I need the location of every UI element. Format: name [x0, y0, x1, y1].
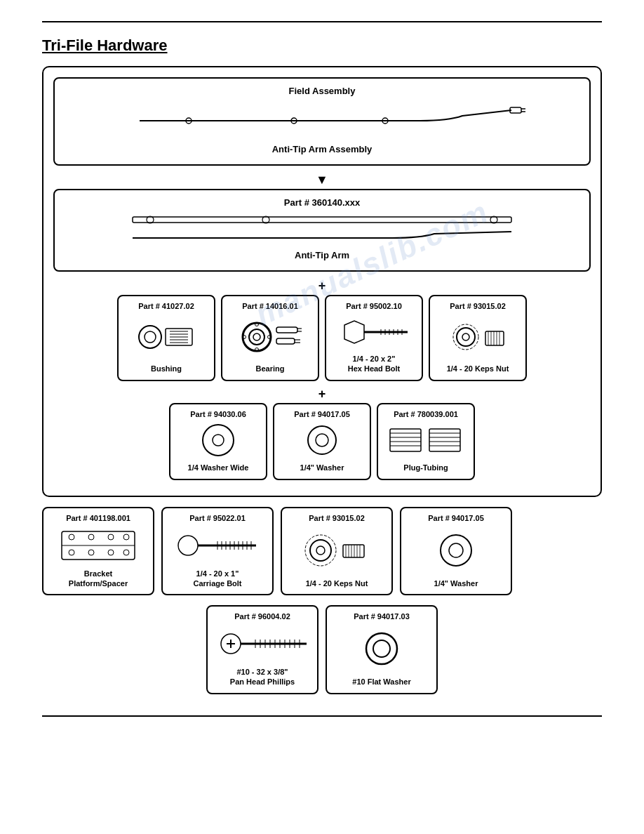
svg-point-86: [310, 540, 331, 561]
carriagebolt-desc: 1/4 - 20 x 1" Carriage Bolt: [193, 569, 241, 589]
arrow-down-1: ▼: [53, 173, 591, 187]
svg-point-72: [108, 550, 114, 555]
outer-washer-img: [428, 526, 484, 575]
kepsnut-svg: [446, 319, 509, 355]
bottom-rule: [42, 715, 602, 717]
svg-point-96: [449, 543, 463, 557]
outer-washer-svg: [428, 531, 484, 570]
carriagebolt-partnum: Part # 95022.01: [189, 514, 246, 522]
hexbolt-partnum: Part # 95002.10: [346, 302, 402, 310]
svg-point-111: [366, 633, 397, 664]
plugtubing-img: [387, 422, 464, 460]
page-title: Tri-File Hardware: [42, 37, 602, 55]
top-rule: [42, 21, 602, 22]
kepsnut-desc: 1/4 - 20 Keps Nut: [447, 364, 509, 373]
svg-point-71: [88, 550, 94, 555]
parts-row-2: Part # 94030.06 1/4 Washer Wide Part # 9…: [53, 403, 591, 480]
parts-row-1: Part # 41027.02 Bushin: [53, 295, 591, 381]
washerwide-partnum: Part # 94030.06: [190, 410, 246, 418]
bearing-desc: Bearing: [256, 364, 285, 373]
part-bushing: Part # 41027.02 Bushin: [117, 295, 215, 381]
part-washer-wide: Part # 94030.06 1/4 Washer Wide: [169, 403, 267, 480]
hexbolt-svg: [339, 314, 409, 350]
arm-holes-svg: [126, 213, 518, 226]
svg-point-22: [253, 333, 260, 340]
plugtubing-partnum: Part # 780039.001: [394, 410, 458, 418]
svg-point-12: [139, 326, 161, 348]
svg-rect-27: [276, 327, 297, 333]
svg-rect-30: [276, 338, 295, 344]
bushing-partnum: Part # 41027.02: [138, 302, 194, 310]
washerwide-img: [194, 422, 243, 460]
part-360-header: Part # 360140.xxx: [66, 197, 578, 208]
svg-point-65: [69, 534, 74, 540]
outer-flat-washer: Part # 94017.03 #10 Flat Washer: [326, 605, 438, 694]
outer-bracket: Part # 401198.001: [42, 507, 154, 596]
flatwasher-img: [354, 624, 410, 673]
field-assembly-svg: [119, 103, 525, 135]
main-box: Field Assembly Anti-Tip: [42, 66, 602, 497]
bracket-img: [56, 526, 140, 565]
panhead-svg: [217, 624, 308, 663]
bracket-desc: Bracket Platform/Spacer: [69, 569, 128, 589]
svg-point-53: [316, 434, 328, 446]
part-bearing: Part # 14016.01: [221, 295, 319, 381]
svg-point-43: [462, 333, 469, 340]
plugtubing-desc: Plug-Tubing: [403, 463, 448, 472]
outer-kepsnut-partnum: Part # 93015.02: [309, 514, 365, 522]
carriagebolt-svg: [175, 526, 260, 565]
svg-point-68: [123, 534, 129, 540]
bracket-svg: [56, 526, 140, 565]
bearing-partnum: Part # 14016.01: [242, 302, 298, 310]
washerwide-desc: 1/4 Washer Wide: [188, 463, 249, 472]
anti-tip-arm-assembly-label: Anti-Tip Arm Assembly: [66, 144, 578, 154]
washerwide-svg: [194, 422, 243, 458]
outer-keps-nut: Part # 93015.02 1/4 - 20 Keps: [281, 507, 393, 596]
outer-washer-desc: 1/4" Washer: [434, 578, 478, 588]
svg-point-87: [316, 546, 325, 555]
svg-rect-7: [133, 217, 511, 223]
flatwasher-svg: [354, 629, 410, 668]
svg-rect-88: [343, 545, 364, 557]
svg-point-52: [308, 426, 336, 454]
anti-tip-arm-label: Anti-Tip Arm: [66, 250, 578, 260]
part-keps-nut: Part # 93015.02: [429, 295, 527, 381]
svg-point-67: [108, 534, 114, 540]
washer-img: [297, 422, 347, 460]
svg-point-20: [243, 323, 271, 351]
outer-kepsnut-svg: [298, 531, 375, 570]
part-plug-tubing: Part # 780039.001: [377, 403, 475, 480]
plugtubing-svg: [387, 422, 464, 458]
outer-washer: Part # 94017.05 1/4" Washer: [400, 507, 512, 596]
plus-sign-1: +: [53, 279, 591, 293]
outer-pan-head: Part # 96004.02: [206, 605, 318, 694]
hexbolt-desc: 1/4 - 20 x 2" Hex Head Bolt: [348, 354, 401, 374]
svg-point-21: [249, 329, 264, 345]
svg-rect-54: [390, 429, 421, 451]
svg-rect-1: [510, 107, 521, 113]
part-360-box: Part # 360140.xxx Anti-Tip Arm: [53, 189, 591, 272]
washer-svg: [297, 422, 347, 458]
panhead-img: [217, 624, 308, 663]
bent-arm-svg: [126, 230, 518, 246]
kepsnut-img: [446, 314, 509, 360]
part-washer: Part # 94017.05 1/4" Washer: [273, 403, 371, 480]
bearing-img: [239, 314, 302, 360]
svg-marker-33: [344, 321, 364, 343]
svg-point-112: [373, 640, 390, 657]
bearing-svg: [239, 319, 302, 355]
plus-sign-2: +: [53, 387, 591, 402]
svg-point-74: [178, 536, 198, 555]
carriagebolt-img: [175, 526, 260, 565]
svg-point-70: [69, 550, 74, 555]
svg-point-66: [88, 534, 94, 540]
outer-kepsnut-desc: 1/4 - 20 Keps Nut: [306, 578, 368, 588]
washer-partnum: Part # 94017.05: [294, 410, 350, 418]
svg-point-13: [145, 331, 156, 343]
washer-desc: 1/4" Washer: [300, 463, 344, 472]
field-assembly-title: Field Assembly: [66, 86, 578, 96]
svg-point-51: [213, 435, 224, 446]
bushing-svg: [135, 319, 198, 355]
arm-assembly-diagram: [66, 102, 578, 137]
svg-point-42: [457, 328, 475, 346]
